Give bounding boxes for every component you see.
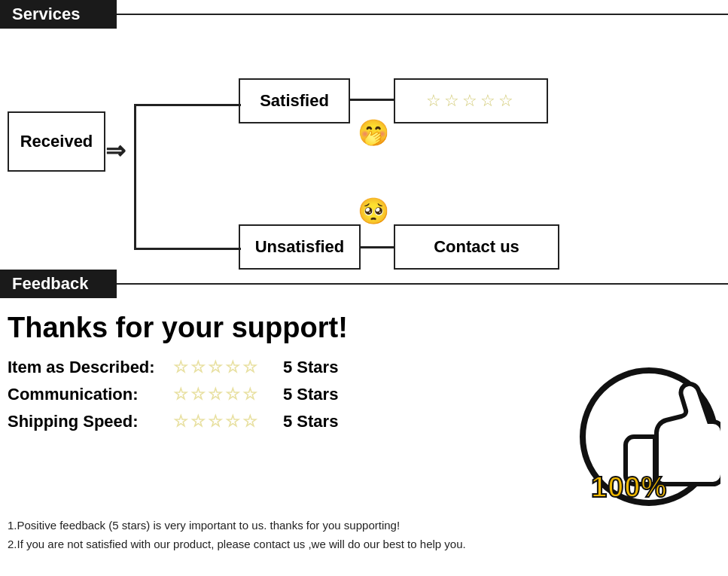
rating-score-2: 5 Stars (283, 412, 338, 431)
satisfied-to-stars-line (350, 99, 395, 101)
flowchart: Received ⇒ Satisfied ☆☆☆☆☆ 🤭 Unsatisfied (0, 29, 728, 262)
happy-emoji: 🤭 (358, 117, 389, 148)
rating-row: Shipping Speed: ☆☆☆☆☆ 5 Stars (8, 412, 555, 431)
rating-row: Communication: ☆☆☆☆☆ 5 Stars (8, 385, 555, 404)
feedback-section: Feedback Thanks for your support! Item a… (0, 270, 728, 550)
stars-display: ☆☆☆☆☆ (426, 91, 516, 111)
svg-text:100%: 100% (591, 471, 667, 503)
received-label: Received (20, 132, 93, 151)
received-box: Received (8, 111, 105, 172)
rating-stars-2: ☆☆☆☆☆ (173, 412, 271, 431)
note-2: 2.If you are not satisfied with our prod… (8, 538, 720, 550)
ratings-area: Item as Described: ☆☆☆☆☆ 5 Stars Communi… (0, 358, 728, 508)
services-section: Services Received ⇒ Satisfied ☆☆☆☆☆ 🤭 (0, 0, 728, 270)
stars-box: ☆☆☆☆☆ (394, 78, 548, 123)
thumbs-badge: 100% (570, 358, 720, 508)
rating-score-1: 5 Stars (283, 385, 338, 404)
top-horiz-line (134, 104, 241, 106)
services-header-line (117, 14, 728, 15)
ratings-list: Item as Described: ☆☆☆☆☆ 5 Stars Communi… (8, 358, 555, 439)
note-1: 1.Positive feedback (5 stars) is very im… (8, 519, 720, 532)
contact-box: Contact us (394, 224, 559, 270)
feedback-header-line (117, 283, 728, 285)
services-header: Services (0, 0, 728, 29)
unsatisfied-to-contact-line (361, 246, 395, 248)
unsatisfied-label: Unsatisfied (255, 237, 345, 257)
thanks-text: Thanks for your support! (0, 298, 728, 358)
rating-row: Item as Described: ☆☆☆☆☆ 5 Stars (8, 358, 555, 377)
rating-label-1: Communication: (8, 385, 173, 404)
feedback-title: Feedback (0, 270, 117, 298)
rating-stars-0: ☆☆☆☆☆ (173, 358, 271, 377)
arrow-icon: ⇒ (105, 136, 126, 165)
sad-emoji: 🥺 (358, 196, 389, 226)
notes-area: 1.Positive feedback (5 stars) is very im… (0, 508, 728, 550)
satisfied-label: Satisfied (260, 91, 329, 111)
bottom-horiz-line (134, 248, 241, 250)
contact-label: Contact us (434, 237, 519, 257)
rating-label-0: Item as Described: (8, 358, 173, 377)
unsatisfied-box: Unsatisfied (239, 224, 361, 270)
branch-line (134, 104, 136, 248)
feedback-header: Feedback (0, 270, 728, 298)
satisfied-box: Satisfied (239, 78, 350, 123)
rating-stars-1: ☆☆☆☆☆ (173, 385, 271, 404)
rating-label-2: Shipping Speed: (8, 412, 173, 431)
rating-score-0: 5 Stars (283, 358, 338, 377)
services-title: Services (0, 0, 117, 29)
thumbs-up-icon: 100% (570, 358, 720, 508)
